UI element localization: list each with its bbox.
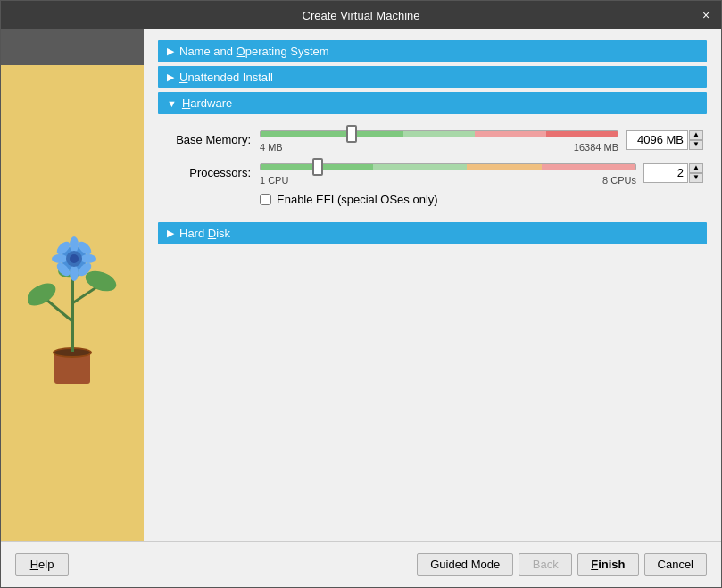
base-memory-spinbox-wrapper: ▲ ▼ [626, 130, 703, 150]
base-memory-slider-container: 4 MB 16384 MB [260, 127, 618, 153]
base-memory-decrement[interactable]: ▼ [689, 140, 703, 150]
sidebar [1, 29, 144, 541]
processors-slider-container: 1 CPU 8 CPUs [260, 160, 636, 186]
processors-input[interactable] [643, 163, 688, 183]
section-hardware-arrow: ▼ [167, 98, 177, 109]
processors-max: 8 CPUs [602, 175, 636, 186]
base-memory-row: Base Memory: 4 MB 16384 MB [162, 127, 703, 153]
processors-decrement[interactable]: ▼ [689, 173, 703, 183]
svg-point-10 [70, 236, 79, 253]
svg-point-11 [70, 265, 79, 281]
processors-row: Processors: 1 CPU 8 CPUs [162, 160, 703, 186]
efi-row: Enable EFI (special OSes only) [260, 193, 703, 206]
processors-increment[interactable]: ▲ [689, 163, 703, 173]
section-name-os[interactable]: ▶ Name and Operating System [158, 40, 707, 62]
base-memory-min: 4 MB [260, 142, 283, 153]
help-button[interactable]: Help [15, 553, 69, 576]
section-unattended-label: Unattended Install [179, 70, 273, 84]
sidebar-top-decoration [1, 29, 144, 65]
processors-label: Processors: [162, 166, 251, 179]
hardware-content: Base Memory: 4 MB 16384 MB [158, 118, 707, 222]
guided-mode-button[interactable]: Guided Mode [417, 553, 513, 576]
base-memory-spinbox-buttons: ▲ ▼ [689, 130, 703, 150]
svg-line-4 [46, 299, 72, 321]
footer-left: Help [15, 553, 417, 576]
content-area: ▶ Name and Operating System ▶ Unattended… [1, 29, 721, 541]
footer-right: Guided Mode Back Finish Cancel [417, 553, 707, 576]
section-name-os-label: Name and Operating System [179, 45, 329, 58]
base-memory-input[interactable] [626, 130, 688, 150]
processors-range-wrapper [260, 160, 636, 173]
efi-checkbox[interactable] [260, 194, 271, 205]
section-unattended-arrow: ▶ [167, 71, 174, 83]
base-memory-max: 16384 MB [574, 142, 618, 153]
create-vm-dialog: Create Virtual Machine × [0, 0, 722, 588]
base-memory-labels: 4 MB 16384 MB [260, 142, 618, 153]
section-hardware[interactable]: ▼ Hardware [158, 92, 707, 114]
finish-button[interactable]: Finish [577, 553, 638, 576]
processors-slider[interactable] [260, 163, 636, 170]
processors-spinbox-wrapper: ▲ ▼ [643, 163, 703, 183]
section-unattended[interactable]: ▶ Unattended Install [158, 66, 707, 88]
base-memory-increment[interactable]: ▲ [689, 130, 703, 140]
plant-svg [28, 205, 117, 402]
base-memory-slider[interactable] [260, 130, 618, 137]
close-button[interactable]: × [698, 7, 714, 23]
base-memory-range-wrapper [260, 127, 618, 140]
efi-label: Enable EFI (special OSes only) [277, 193, 438, 206]
svg-point-19 [70, 254, 79, 263]
section-hard-disk[interactable]: ▶ Hard Disk [158, 222, 707, 244]
footer: Help Guided Mode Back Finish Cancel [1, 541, 721, 587]
main-panel: ▶ Name and Operating System ▶ Unattended… [144, 29, 721, 541]
section-hard-disk-label: Hard Disk [179, 227, 230, 240]
svg-point-12 [52, 254, 68, 263]
cancel-button[interactable]: Cancel [644, 553, 707, 576]
processors-spinbox-buttons: ▲ ▼ [689, 163, 703, 183]
section-name-os-arrow: ▶ [167, 46, 174, 57]
dialog-title: Create Virtual Machine [303, 9, 420, 22]
sidebar-plant-illustration [1, 65, 144, 541]
back-button[interactable]: Back [519, 553, 572, 576]
processors-min: 1 CPU [260, 175, 288, 186]
section-hardware-label: Hardware [182, 96, 232, 110]
base-memory-label: Base Memory: [162, 133, 251, 146]
svg-point-13 [80, 254, 96, 263]
section-hard-disk-arrow: ▶ [167, 228, 174, 239]
title-bar: Create Virtual Machine × [1, 1, 721, 29]
processors-labels: 1 CPU 8 CPUs [260, 175, 636, 186]
